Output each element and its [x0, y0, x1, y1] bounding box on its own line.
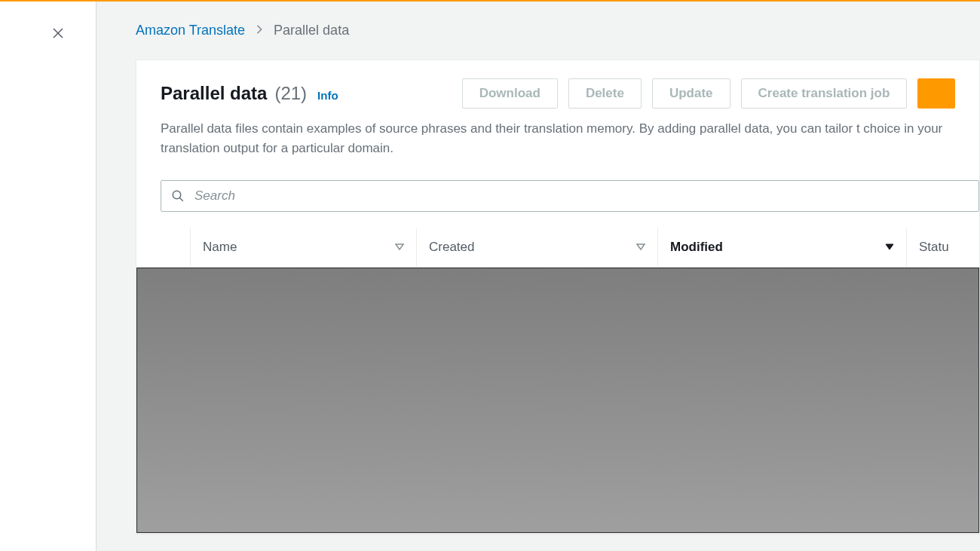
chevron-right-icon [256, 23, 263, 38]
table: Name Created Modified Statu [136, 228, 979, 533]
column-label: Modified [670, 240, 723, 255]
search-box [161, 180, 979, 212]
info-link[interactable]: Info [317, 89, 338, 102]
table-header-row: Name Created Modified Statu [136, 228, 979, 268]
sort-icon [395, 240, 404, 255]
update-button[interactable]: Update [652, 78, 730, 109]
column-label: Created [429, 240, 474, 255]
table-body-placeholder [136, 268, 979, 533]
svg-marker-4 [396, 244, 403, 249]
breadcrumb-root-link[interactable]: Amazon Translate [136, 23, 245, 38]
column-header-created[interactable]: Created [417, 228, 658, 267]
svg-point-2 [173, 191, 181, 199]
sort-desc-icon [885, 240, 894, 255]
svg-marker-5 [637, 244, 645, 249]
create-translation-job-button[interactable]: Create translation job [741, 78, 908, 109]
panel-header: Parallel data (21) Info Download Delete … [136, 60, 979, 215]
column-header-status[interactable]: Statu [907, 228, 979, 267]
breadcrumb: Amazon Translate Parallel data [136, 23, 980, 38]
close-icon [51, 26, 65, 43]
column-label: Name [203, 240, 237, 255]
breadcrumb-current: Parallel data [274, 23, 349, 38]
page-title-count: (21) [274, 83, 307, 104]
sort-icon [636, 240, 645, 255]
search-icon [171, 189, 185, 203]
column-header-modified[interactable]: Modified [658, 228, 907, 267]
page-title: Parallel data [161, 83, 267, 104]
column-header-name[interactable]: Name [191, 228, 417, 267]
search-input[interactable] [161, 180, 979, 212]
sidebar [0, 2, 96, 551]
main-content: Amazon Translate Parallel data Parallel … [96, 2, 980, 551]
svg-marker-6 [886, 244, 893, 249]
column-header-select[interactable] [136, 228, 191, 267]
delete-button[interactable]: Delete [568, 78, 642, 109]
action-bar: Download Delete Update Create translatio… [462, 78, 955, 109]
primary-action-button[interactable] [917, 78, 955, 109]
svg-line-3 [179, 197, 183, 201]
page-description: Parallel data files contain examples of … [161, 119, 955, 159]
download-button[interactable]: Download [462, 78, 558, 109]
parallel-data-panel: Parallel data (21) Info Download Delete … [136, 60, 980, 534]
column-label: Statu [919, 240, 949, 255]
close-sidebar-button[interactable] [49, 26, 67, 44]
